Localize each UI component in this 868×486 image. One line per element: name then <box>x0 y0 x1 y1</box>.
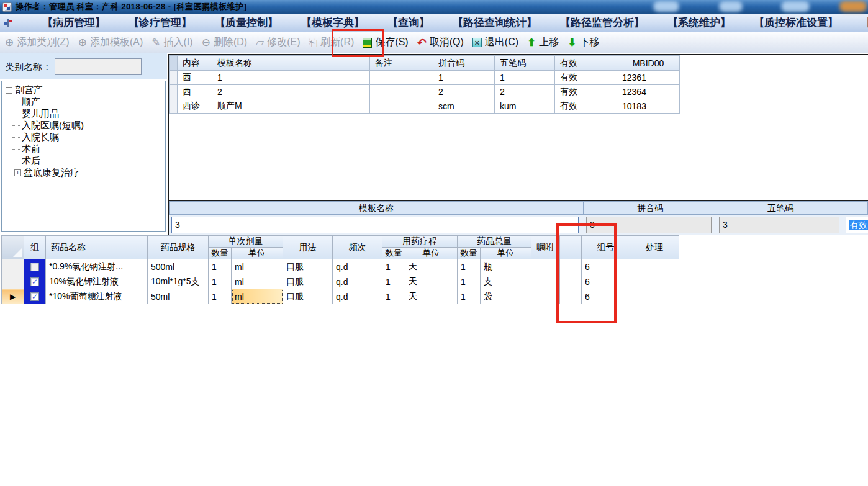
cell-note[interactable] <box>370 99 433 114</box>
expand-icon[interactable]: + <box>14 169 21 176</box>
menu-item-path-supervision[interactable]: 【路径监管分析】 <box>560 16 644 30</box>
cell-content[interactable]: 西 <box>178 71 212 85</box>
cell-total-unit[interactable]: 瓶 <box>481 259 531 274</box>
tree-item-label[interactable]: 顺产 <box>22 96 40 108</box>
cell-wubi[interactable]: 1 <box>495 71 555 85</box>
cell-dose-qty[interactable]: 1 <box>209 259 232 274</box>
cell-note[interactable] <box>370 71 433 85</box>
tree-item[interactable]: 入院医嘱(短嘱) <box>9 120 165 132</box>
cell-template-name[interactable]: 顺产M <box>212 99 370 114</box>
group-checkbox-cell[interactable] <box>24 259 46 274</box>
cell-total-qty[interactable]: 1 <box>458 259 481 274</box>
cell-course-unit[interactable]: 天 <box>405 274 458 289</box>
cell-course-qty[interactable]: 1 <box>382 259 405 274</box>
cell-dose-qty[interactable]: 1 <box>209 289 232 304</box>
row-selector[interactable] <box>170 99 178 114</box>
cell-course-unit[interactable]: 天 <box>405 259 458 274</box>
table-row[interactable]: 西诊 顺产M scm kum 有效 10183 <box>170 99 680 114</box>
menu-item-path-query-stats[interactable]: 【路径查询统计】 <box>453 16 537 30</box>
checkbox-checked[interactable]: ✓ <box>30 277 39 286</box>
cell-total-unit[interactable]: 袋 <box>481 289 531 304</box>
col-header-drug-name[interactable]: 药品名称 <box>46 236 148 259</box>
template-name-input[interactable]: 3 <box>171 217 579 233</box>
cell-dose-unit-editing[interactable]: ml <box>232 289 283 304</box>
cell-mbid[interactable]: 12364 <box>617 85 680 99</box>
subcol-dose-unit[interactable]: 单位 <box>232 248 283 259</box>
add-template-button[interactable]: ⊕ 添加模板(A) <box>78 36 143 49</box>
tree-item[interactable]: 顺产 <box>9 96 165 108</box>
col-header-mbid[interactable]: MBID00 <box>617 56 680 71</box>
cell-frequency[interactable]: q.d <box>333 259 382 274</box>
cell-content[interactable]: 西 <box>178 85 212 99</box>
menu-item-help[interactable]: 【帮助】 <box>861 16 868 30</box>
col-header-wubi[interactable]: 五笔码 <box>495 56 555 71</box>
cell-valid[interactable]: 有效 <box>555 85 617 99</box>
cell-dose-unit[interactable]: ml <box>232 259 283 274</box>
col-header-instruction[interactable]: 嘱咐 <box>531 236 560 259</box>
valid-status-select[interactable]: 有效 <box>846 217 868 233</box>
checkbox-unchecked[interactable] <box>30 263 39 271</box>
col-header-valid[interactable]: 有效 <box>555 56 617 71</box>
cell-spec[interactable]: 10ml*1g*5支 <box>148 274 209 289</box>
modify-button[interactable]: ▱ 修改(E) <box>256 36 300 49</box>
col-header-single-dose[interactable]: 单次剂量 <box>209 236 283 248</box>
insert-button[interactable]: ✎ 插入(I) <box>151 36 192 49</box>
cell-frequency[interactable]: q.d <box>333 274 382 289</box>
subcol-total-qty[interactable]: 数量 <box>458 248 481 259</box>
cell-instruction[interactable] <box>531 259 560 274</box>
cell-usage[interactable]: 口服 <box>283 274 333 289</box>
row-selector[interactable] <box>170 85 178 99</box>
tree-item[interactable]: 术后 <box>9 155 165 167</box>
tree-item[interactable]: 婴儿用品 <box>9 108 165 120</box>
col-header-frequency[interactable]: 频次 <box>333 236 382 259</box>
tree-item[interactable]: 入院长嘱 <box>9 132 165 143</box>
category-name-input[interactable] <box>55 58 142 75</box>
exit-button[interactable]: ✕ 退出(C) <box>472 36 518 49</box>
cell-dose-qty[interactable]: 1 <box>209 274 232 289</box>
select-all-corner[interactable] <box>2 236 24 259</box>
cell-usage[interactable]: 口服 <box>283 259 333 274</box>
cell-course-unit[interactable]: 天 <box>405 289 458 304</box>
tree-item[interactable]: + 盆底康复治疗 <box>9 167 165 179</box>
col-header-usage[interactable]: 用法 <box>283 236 333 259</box>
tree-item-label[interactable]: 入院医嘱(短嘱) <box>22 120 84 132</box>
tree-item[interactable]: 术前 <box>9 143 165 155</box>
menu-item-medical-records[interactable]: 【病历管理】 <box>42 16 106 30</box>
cell-valid[interactable]: 有效 <box>555 71 617 85</box>
col-header-content[interactable]: 内容 <box>178 56 212 71</box>
col-header-spec[interactable]: 药品规格 <box>148 236 209 259</box>
group-checkbox-cell[interactable]: ✓ <box>24 289 46 304</box>
cell-total-qty[interactable]: 1 <box>458 274 481 289</box>
col-header-group[interactable]: 组 <box>24 236 46 259</box>
cell-instruction[interactable] <box>531 289 560 304</box>
col-header-handle[interactable]: 处理 <box>630 236 679 259</box>
cell-content[interactable]: 西诊 <box>178 99 212 114</box>
cell-course-qty[interactable]: 1 <box>382 289 405 304</box>
cell-handle[interactable] <box>630 274 679 289</box>
tree-item-root[interactable]: - 剖宫产 <box>6 84 165 96</box>
cell-handle[interactable] <box>630 259 679 274</box>
cell-wubi[interactable]: 2 <box>495 85 555 99</box>
row-selector[interactable] <box>2 274 24 289</box>
cell-valid[interactable]: 有效 <box>555 99 617 114</box>
collapse-icon[interactable]: - <box>6 87 12 94</box>
cell-usage[interactable]: 口服 <box>283 289 333 304</box>
menu-item-quality-control[interactable]: 【质量控制】 <box>215 16 278 30</box>
cell-course-qty[interactable]: 1 <box>382 274 405 289</box>
cell-dose-unit[interactable]: ml <box>232 274 283 289</box>
move-down-button[interactable]: ⬇ 下移 <box>567 36 599 49</box>
row-selector[interactable] <box>170 71 178 85</box>
col-header-pinyin[interactable]: 拼音码 <box>433 56 495 71</box>
cell-template-name[interactable]: 2 <box>212 85 370 99</box>
cell-drug-name[interactable]: *10%葡萄糖注射液 <box>46 289 148 304</box>
cell-pinyin[interactable]: 1 <box>433 71 495 85</box>
col-header-total[interactable]: 药品总量 <box>458 236 531 248</box>
cancel-button[interactable]: ↶ 取消(Q) <box>417 36 464 49</box>
delete-button[interactable]: ⊖ 删除(D) <box>202 36 247 49</box>
add-category-button[interactable]: ⊕ 添加类别(Z) <box>5 36 70 49</box>
subcol-dose-qty[interactable]: 数量 <box>209 248 232 259</box>
cell-instruction[interactable] <box>531 274 560 289</box>
menu-item-system-maintenance[interactable]: 【系统维护】 <box>667 16 731 30</box>
tree-item-label[interactable]: 盆底康复治疗 <box>24 167 79 179</box>
move-up-button[interactable]: ⬆ 上移 <box>527 36 559 49</box>
